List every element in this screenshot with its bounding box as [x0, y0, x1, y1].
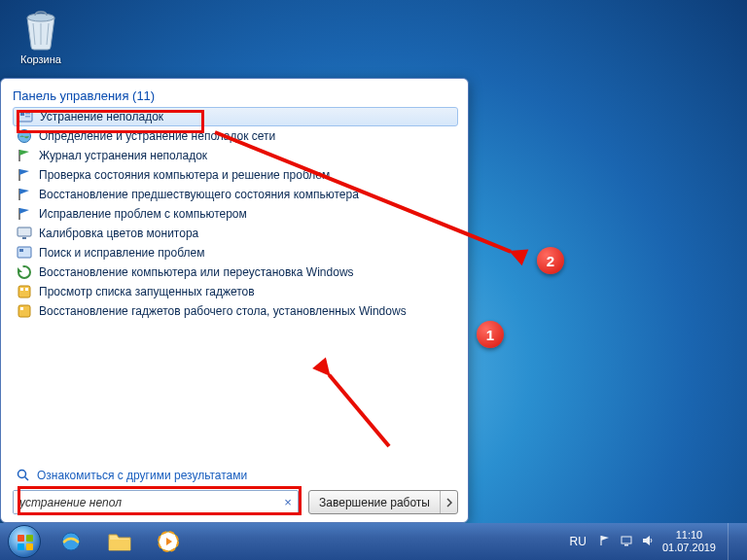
language-indicator[interactable]: RU	[566, 535, 590, 548]
taskbar-explorer[interactable]	[97, 526, 142, 557]
search-results: Устранение неполадок Определение и устра…	[13, 107, 458, 461]
recycle-bin[interactable]: Корзина	[12, 8, 70, 66]
result-gadgets-list[interactable]: Просмотр списка запущенных гаджетов	[13, 282, 458, 301]
search-box[interactable]: ×	[13, 490, 299, 514]
svg-rect-2	[20, 113, 24, 116]
start-orb-icon	[8, 525, 41, 558]
more-results-link[interactable]: Ознакомиться с другими результатами	[17, 469, 458, 482]
svg-rect-6	[18, 228, 31, 236]
svg-rect-11	[18, 286, 30, 298]
svg-rect-15	[20, 307, 23, 310]
flag-blue-icon	[17, 187, 32, 202]
flag-blue-icon	[17, 206, 32, 222]
shutdown-options-arrow[interactable]	[440, 491, 457, 513]
gadget-icon	[17, 284, 32, 299]
restore-icon	[17, 264, 32, 280]
start-menu-bottom: × Завершение работы	[13, 490, 458, 514]
svg-rect-9	[19, 249, 23, 252]
search-input[interactable]	[14, 491, 278, 513]
flag-blue-icon	[17, 167, 32, 183]
svg-rect-21	[26, 543, 33, 550]
taskbar: RU 11:10 01.07.2019	[0, 523, 747, 560]
svg-rect-3	[25, 113, 30, 115]
show-desktop-button[interactable]	[728, 523, 737, 560]
result-restore-gadgets[interactable]: Восстановление гаджетов рабочего стола, …	[13, 301, 458, 321]
control-panel-icon	[17, 245, 32, 261]
world-icon	[17, 128, 32, 144]
folder-icon	[107, 531, 132, 552]
svg-point-16	[18, 471, 26, 478]
gadget-icon	[17, 303, 32, 319]
svg-rect-27	[622, 537, 631, 543]
result-find-fix[interactable]: Поиск и исправление проблем	[13, 243, 458, 262]
search-icon	[17, 469, 30, 482]
svg-rect-18	[18, 535, 24, 542]
system-tray: RU 11:10 01.07.2019	[566, 523, 743, 560]
svg-rect-20	[18, 543, 24, 550]
result-calibrate-color[interactable]: Калибровка цветов монитора	[13, 224, 458, 243]
svg-rect-8	[18, 247, 31, 258]
taskbar-media-player[interactable]	[146, 526, 191, 557]
result-troubleshooting[interactable]: Устранение неполадок	[13, 107, 458, 126]
network-icon[interactable]	[620, 534, 633, 549]
svg-line-17	[25, 477, 29, 481]
start-button[interactable]	[4, 523, 45, 560]
media-player-icon	[157, 530, 180, 553]
recycle-bin-label: Корзина	[20, 53, 61, 65]
recycle-bin-icon	[21, 8, 60, 51]
action-center-icon[interactable]	[598, 534, 612, 549]
control-panel-icon	[18, 109, 33, 124]
svg-point-0	[27, 14, 54, 21]
result-health-check[interactable]: Проверка состояния компьютера и решение …	[13, 165, 458, 185]
svg-rect-19	[26, 535, 33, 542]
annotation-step-1: 1	[477, 321, 504, 348]
svg-rect-13	[25, 288, 28, 291]
svg-rect-24	[109, 540, 130, 550]
volume-icon[interactable]	[641, 534, 655, 549]
desktop[interactable]: Корзина Панель управления (11) Устранени…	[0, 0, 747, 560]
svg-rect-4	[25, 116, 30, 118]
result-recovery[interactable]: Восстановление компьютера или переустано…	[13, 262, 458, 282]
result-history[interactable]: Журнал устранения неполадок	[13, 146, 458, 165]
annotation-step-2: 2	[537, 247, 564, 274]
ie-icon	[59, 530, 83, 553]
clear-search-button[interactable]: ×	[278, 495, 298, 509]
svg-rect-14	[18, 305, 30, 317]
shutdown-button[interactable]: Завершение работы	[308, 490, 458, 514]
monitor-icon	[17, 226, 32, 241]
svg-rect-7	[22, 237, 26, 239]
flag-green-icon	[17, 148, 32, 163]
svg-rect-28	[624, 544, 628, 546]
taskbar-ie[interactable]	[49, 526, 93, 557]
control-panel-header[interactable]: Панель управления (11)	[13, 88, 458, 103]
svg-point-5	[18, 130, 31, 143]
svg-rect-12	[20, 288, 23, 291]
clock[interactable]: 11:10 01.07.2019	[662, 529, 720, 553]
